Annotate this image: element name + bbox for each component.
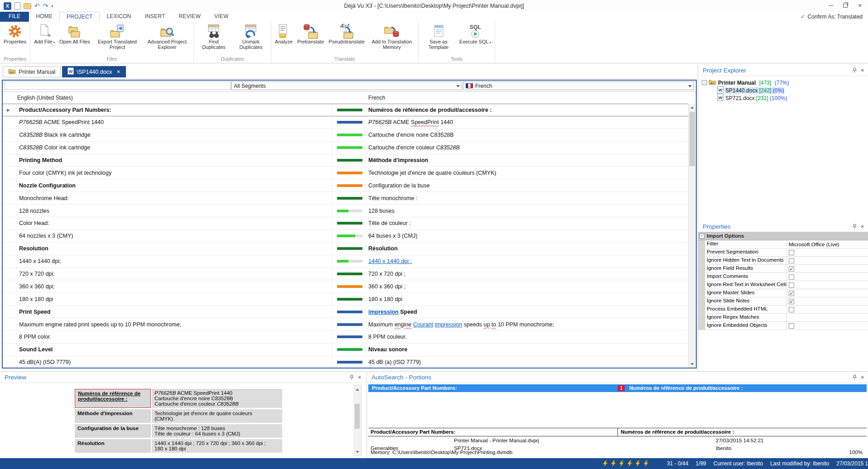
property-value[interactable] xyxy=(787,314,868,321)
segment-filter-dropdown[interactable]: All Segments xyxy=(231,81,462,90)
property-row-ignore-embedded-objects[interactable]: Ignore Embedded Objects xyxy=(698,322,868,330)
source-cell[interactable]: Color Head: xyxy=(19,217,331,230)
ribbon-tab-lexicon[interactable]: LEXICON xyxy=(100,12,138,22)
execute-sql-button[interactable]: SQLExecute SQL ▾ xyxy=(458,22,493,45)
tree-item-sp721-docx[interactable]: WSP721.docx [231] (100%) xyxy=(698,94,868,102)
checkbox-unchecked[interactable] xyxy=(789,323,794,329)
source-cell[interactable]: Maximum engine rated print speeds up to … xyxy=(19,318,331,330)
segment-row-3[interactable]: C83528B Black ink cartridgeCartouche d'e… xyxy=(3,129,689,142)
source-cell[interactable]: 45 dB(A) (ISO 7779) xyxy=(19,356,331,368)
property-value[interactable]: ✓ xyxy=(787,297,868,305)
property-value[interactable] xyxy=(787,322,868,330)
scroll-up-icon[interactable] xyxy=(354,386,360,393)
close-button[interactable]: ✕ xyxy=(853,0,867,11)
scrollbar-thumb[interactable] xyxy=(690,112,695,166)
segment-row-8[interactable]: Monochrome Head:Tête monochrome : xyxy=(3,192,689,205)
target-cell[interactable]: 1440 x 1440 dpi ; xyxy=(368,255,686,268)
target-cell[interactable]: Résolution xyxy=(368,243,686,255)
checkbox-checked[interactable]: ✓ xyxy=(789,299,794,304)
source-cell[interactable]: Nozzle Configuration xyxy=(19,179,331,191)
target-cell[interactable]: Niveau sonore xyxy=(368,344,686,356)
segment-row-11[interactable]: 64 nozzles x 3 (CMY)64 buses x 3 (CMJ) xyxy=(3,230,689,243)
pin-icon[interactable] xyxy=(853,375,857,380)
checkbox-checked[interactable]: ✓ xyxy=(789,291,794,296)
segment-row-6[interactable]: Four color (CMYK) ink jet technologyTech… xyxy=(3,167,689,179)
source-cell[interactable]: Print Speed xyxy=(19,306,331,318)
source-cell[interactable]: 360 x 360 dpi; xyxy=(19,280,331,292)
ribbon-tab-project[interactable]: PROJECT xyxy=(59,12,100,22)
segment-row-15[interactable]: 360 x 360 dpi;360 x 360 dpi ; xyxy=(3,280,689,293)
segment-row-7[interactable]: Nozzle ConfigurationConfiguration de la … xyxy=(3,179,689,192)
properties-button[interactable]: Properties xyxy=(2,22,28,44)
pseudotranslate-button[interactable]: ÆçδPseudotranslate xyxy=(327,22,366,44)
property-row-ignore-slide-notes[interactable]: Ignore Slide Notes✓ xyxy=(698,297,868,306)
segment-row-19[interactable]: 8 PPM color.8 PPM couleur. xyxy=(3,331,689,344)
property-value[interactable] xyxy=(787,281,868,289)
target-cell[interactable]: impression Speed xyxy=(368,306,686,318)
property-value[interactable] xyxy=(787,249,868,256)
tree-item-printer-manual[interactable]: −Printer Manual [473] (77%) xyxy=(698,79,868,86)
autoassemble-lightning-icon-4[interactable] xyxy=(627,460,632,469)
property-value[interactable]: Microsoft Office (Live) xyxy=(787,240,868,248)
advanced-project-explorer-button[interactable]: Advanced Project Explorer xyxy=(143,22,192,50)
source-cell[interactable]: C83528B Color ink cartridge xyxy=(19,142,331,154)
property-value[interactable]: ✓ xyxy=(787,289,868,297)
checkbox-unchecked[interactable] xyxy=(789,258,794,263)
target-language-dropdown[interactable]: French xyxy=(463,81,694,90)
target-cell[interactable]: Maximum engine Courant impression speeds… xyxy=(368,318,686,330)
segment-row-21[interactable]: 45 dB(A) (ISO 7779)45 dB (a) (ISO 7779) xyxy=(3,356,689,368)
open-all-files-button[interactable]: Open All Files xyxy=(58,22,92,44)
segment-row-1[interactable]: ▶Product/Accessory Part Numbers:Numéros … xyxy=(3,104,689,116)
target-cell[interactable]: Méthode d'impression xyxy=(368,154,686,167)
save-as-template-button[interactable]: Save as Template xyxy=(420,22,457,50)
segment-row-13[interactable]: 1440 x 1440 dpi;1440 x 1440 dpi ; xyxy=(3,255,689,268)
segment-row-16[interactable]: 180 x 180 dpi180 x 180 dpi xyxy=(3,293,689,306)
target-cell[interactable]: 128 buses xyxy=(368,205,686,217)
add-to-translation-memory-button[interactable]: Add to Translation Memory xyxy=(367,22,416,50)
tree-collapse-icon[interactable]: − xyxy=(702,80,707,85)
import-options-section-header[interactable]: −Import Options xyxy=(698,232,868,240)
checkbox-unchecked[interactable] xyxy=(789,282,794,288)
target-cell[interactable]: Configuration de la buse xyxy=(368,179,686,191)
close-icon[interactable]: ✕ xyxy=(861,224,864,229)
source-cell[interactable]: Sound Level xyxy=(19,344,331,356)
source-cell[interactable]: Product/Accessory Part Numbers: xyxy=(19,104,331,116)
target-cell[interactable]: Tête monochrome : xyxy=(368,192,686,204)
pin-icon[interactable] xyxy=(853,224,857,229)
checkbox-unchecked[interactable] xyxy=(789,307,794,312)
close-icon[interactable]: ✕ xyxy=(358,375,362,380)
source-column-header[interactable]: English (United States) xyxy=(17,95,73,101)
autoassemble-lightning-icon-6[interactable] xyxy=(643,460,649,469)
collapse-icon[interactable]: − xyxy=(699,234,704,239)
segment-row-5[interactable]: Printing MethodMéthode d'impression xyxy=(3,154,689,167)
source-cell[interactable]: 1440 x 1440 dpi; xyxy=(19,255,331,268)
grid-scrollbar[interactable] xyxy=(688,104,696,368)
segment-row-20[interactable]: Sound LevelNiveau sonore xyxy=(3,344,689,356)
doc-tab-sp1440-docx[interactable]: W\SP1440.docx✕ xyxy=(62,66,125,77)
target-cell[interactable]: Cartouche d'encre couleur C83528B xyxy=(368,142,686,154)
source-cell[interactable]: Printing Method xyxy=(19,154,331,167)
target-cell[interactable]: Tête de couleur : xyxy=(368,217,686,230)
property-value[interactable]: ✓ xyxy=(787,265,868,273)
source-cell[interactable]: C83528B Black ink cartridge xyxy=(19,129,331,141)
pretranslate-button[interactable]: Pretranslate xyxy=(295,22,326,44)
segment-row-4[interactable]: C83528B Color ink cartridgeCartouche d'e… xyxy=(3,142,689,154)
redo-icon[interactable]: ↷ xyxy=(43,2,48,10)
add-file-button[interactable]: +Add File ▾ xyxy=(32,22,57,45)
close-icon[interactable]: ✕ xyxy=(861,68,864,73)
maximize-button[interactable] xyxy=(838,0,853,11)
property-row-ignore-red-text-in-worksheet-cells[interactable]: Ignore Red Text in Worksheet Cells xyxy=(698,281,868,289)
property-value[interactable] xyxy=(787,257,868,264)
close-icon[interactable]: ✕ xyxy=(861,375,864,380)
target-cell[interactable]: 64 buses x 3 (CMJ) xyxy=(368,230,686,242)
ribbon-tab-review[interactable]: REVIEW xyxy=(172,12,207,22)
scroll-down-icon[interactable] xyxy=(689,360,696,368)
ribbon-tab-file[interactable]: FILE xyxy=(0,12,29,22)
analyze-button[interactable]: Analyze xyxy=(273,22,294,44)
source-cell[interactable]: 720 x 720 dpi; xyxy=(19,268,331,280)
autoassemble-lightning-icon-2[interactable] xyxy=(611,460,616,469)
property-row-filter[interactable]: FilterMicrosoft Office (Live) xyxy=(698,240,868,249)
ribbon-tab-insert[interactable]: INSERT xyxy=(138,12,172,22)
doc-tab-printer-manual[interactable]: Printer Manual xyxy=(3,66,61,77)
ribbon-tab-home[interactable]: HOME xyxy=(29,12,59,22)
